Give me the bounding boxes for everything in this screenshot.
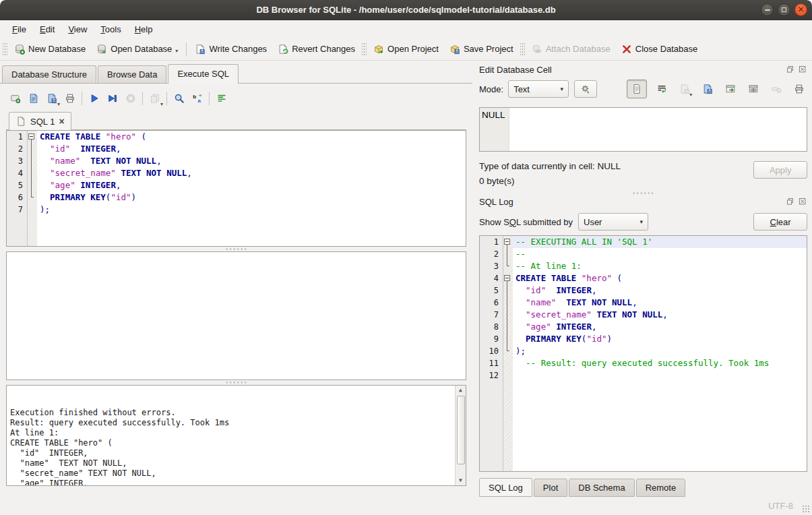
code-line: 2--: [480, 248, 807, 260]
find-button[interactable]: [170, 90, 188, 107]
tab-execute-sql[interactable]: Execute SQL: [168, 64, 239, 84]
save-sql-file-button[interactable]: ▾: [42, 90, 61, 107]
app-window: DB Browser for SQLite - /home/user/code/…: [0, 0, 812, 515]
output-line: "secret_name" TEXT NOT NULL,: [10, 468, 452, 479]
find-replace-button[interactable]: ba: [188, 90, 206, 107]
open-database-icon: [96, 44, 107, 55]
revert-changes-button[interactable]: Revert Changes: [272, 41, 361, 57]
scroll-down-icon[interactable]: ▼: [459, 476, 462, 485]
write-changes-icon: [195, 44, 206, 55]
fold-marker: [503, 260, 513, 272]
menu-help[interactable]: Help: [128, 22, 160, 37]
close-icon[interactable]: ×: [59, 117, 64, 126]
copy-link-button[interactable]: [745, 81, 761, 97]
attach-database-icon: [532, 44, 542, 55]
sql-log-view[interactable]: 1-- EXECUTING ALL IN 'SQL 1'2--3-- At li…: [479, 235, 807, 472]
mode-label: Mode:: [479, 84, 503, 94]
tab-database-structure[interactable]: Database Structure: [2, 65, 96, 83]
open-results-button: ▾: [146, 90, 164, 107]
tab-db-schema[interactable]: DB Schema: [569, 479, 634, 497]
tab-browse-data[interactable]: Browse Data: [98, 65, 166, 83]
sql-log-dock-header: SQL Log: [479, 195, 807, 212]
output-line: Execution finished without errors.: [10, 408, 452, 418]
toolbar-separator: [520, 42, 525, 56]
export-data-button[interactable]: [699, 81, 716, 97]
float-panel-icon[interactable]: [786, 65, 795, 75]
fold-marker: [27, 167, 37, 179]
open-external-icon: [725, 84, 736, 94]
line-number: 3: [7, 155, 27, 167]
sql-editor[interactable]: 1CREATE TABLE "hero" (2 "id" INTEGER,3 "…: [6, 130, 466, 247]
code-line: 12: [480, 369, 807, 382]
set-null-button: [768, 81, 784, 97]
sql-doc-tab[interactable]: SQL 1 ×: [9, 112, 71, 130]
menu-edit[interactable]: Edit: [33, 22, 61, 37]
chevron-down-icon: ▾: [160, 101, 163, 107]
output-line: Result: query executed successfully. Too…: [10, 418, 452, 428]
format-sql-button[interactable]: [212, 90, 230, 107]
stop-icon: [125, 93, 136, 104]
fold-marker: [503, 321, 513, 333]
submitter-select[interactable]: User▾: [578, 213, 648, 231]
minimize-button[interactable]: [761, 3, 774, 16]
open-sql-file-button[interactable]: [24, 90, 42, 107]
close-database-button[interactable]: Close Database: [616, 41, 704, 57]
tab-remote[interactable]: Remote: [636, 479, 686, 497]
tab-sql-log[interactable]: SQL Log: [479, 478, 532, 497]
sql-doc-tab-label: SQL 1: [30, 117, 55, 127]
tab-plot[interactable]: Plot: [534, 479, 567, 497]
auto-apply-button[interactable]: [574, 80, 597, 98]
open-project-button[interactable]: Open Project: [368, 41, 444, 57]
word-wrap-button[interactable]: [654, 81, 670, 97]
scrollbar-thumb[interactable]: [457, 396, 465, 464]
import-data-icon: [679, 84, 690, 94]
print-cell-button[interactable]: [791, 81, 807, 97]
float-panel-icon[interactable]: [786, 198, 795, 207]
execute-all-button[interactable]: [85, 90, 103, 107]
splitter-handle[interactable]: [6, 380, 466, 385]
open-project-icon: [373, 44, 384, 55]
splitter-handle[interactable]: [479, 191, 807, 195]
new-sql-tab-button[interactable]: [6, 90, 24, 107]
menu-view[interactable]: View: [61, 22, 94, 37]
execution-output[interactable]: Execution finished without errors.Result…: [6, 385, 466, 486]
title-bar[interactable]: DB Browser for SQLite - /home/user/code/…: [0, 0, 812, 20]
text-mode-button[interactable]: [627, 80, 647, 98]
cell-value-editor[interactable]: NULL: [479, 107, 807, 152]
maximize-button[interactable]: [778, 3, 790, 16]
vertical-scrollbar[interactable]: ▲ ▼: [455, 386, 466, 485]
fold-marker[interactable]: [27, 131, 37, 143]
encoding-indicator[interactable]: UTF-8: [768, 501, 793, 511]
fold-marker: [503, 248, 513, 260]
svg-text:a: a: [197, 98, 201, 104]
close-panel-icon[interactable]: [798, 65, 807, 75]
save-project-button[interactable]: Save Project: [444, 41, 519, 57]
line-number: 7: [480, 309, 503, 321]
open-external-button[interactable]: [722, 81, 739, 97]
resize-grip-icon[interactable]: [802, 505, 810, 513]
apply-button[interactable]: Apply: [753, 161, 807, 179]
results-grid[interactable]: [6, 251, 466, 380]
print-button[interactable]: [61, 90, 79, 107]
splitter-handle[interactable]: [6, 247, 466, 251]
print-cell-icon: [794, 84, 805, 94]
menu-file[interactable]: File: [5, 22, 33, 37]
scroll-up-icon[interactable]: ▲: [459, 386, 462, 395]
line-number: 9: [480, 333, 503, 345]
chevron-down-icon: ▾: [175, 48, 178, 55]
execute-all-icon: [89, 93, 100, 104]
close-button[interactable]: ✕: [794, 3, 807, 16]
copy-link-icon: [748, 84, 759, 94]
gear-apply-icon: [580, 84, 591, 94]
fold-marker[interactable]: [503, 272, 513, 284]
fold-marker[interactable]: [503, 236, 513, 248]
window-title: DB Browser for SQLite - /home/user/code/…: [256, 5, 555, 15]
menu-tools[interactable]: Tools: [94, 22, 127, 37]
close-panel-icon[interactable]: [798, 198, 807, 207]
mode-select[interactable]: Text▾: [508, 80, 569, 98]
open-database-button[interactable]: Open Database▾: [91, 41, 183, 57]
execute-line-button[interactable]: [103, 90, 121, 107]
new-database-button[interactable]: New Database: [9, 41, 91, 57]
write-changes-button[interactable]: Write Changes: [189, 41, 272, 57]
clear-log-button[interactable]: Clear: [753, 213, 807, 231]
